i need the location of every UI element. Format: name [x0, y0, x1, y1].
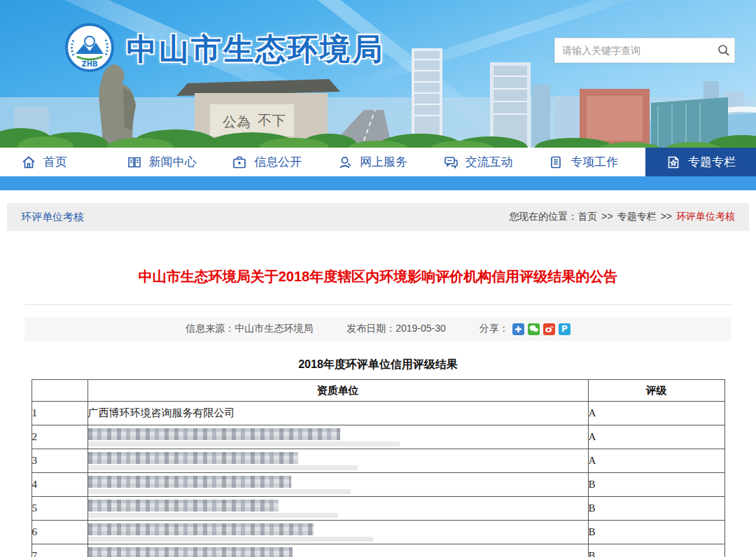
rating-table: 资质单位 评级 1广西博环环境咨询服务有限公司A2A3A4B5B6B7B: [31, 379, 725, 557]
article-info-bar: 信息来源：中山市生态环境局 发布日期：2019-05-30 分享： P: [24, 317, 732, 341]
breadcrumb-prefix: 您现在的位置：: [509, 211, 578, 222]
breadcrumb-separator: >>: [601, 211, 612, 222]
table-row: 7B: [31, 544, 724, 557]
rating-value: A: [588, 425, 724, 449]
header-company: 资质单位: [88, 380, 588, 402]
header-no: [31, 380, 88, 402]
rating-value: B: [588, 544, 724, 557]
row-number: 5: [31, 497, 88, 521]
page-title: 中山市生态环境局关于2018年度辖区内环境影响评价机构信用评级结果的公告: [0, 267, 756, 286]
table-row: 4B: [31, 473, 724, 497]
redacted-company-name: [88, 476, 291, 488]
chat-icon: [443, 155, 458, 170]
redacted-company-name: [88, 547, 293, 557]
table-row: 2A: [31, 425, 724, 449]
redaction-artifact: [88, 537, 373, 542]
row-number: 7: [31, 544, 88, 557]
qzone-icon[interactable]: P: [559, 323, 570, 335]
table-row: 6B: [31, 521, 724, 544]
breadcrumb-item[interactable]: 首页: [578, 211, 597, 222]
section-title: 环评单位考核: [21, 211, 84, 224]
divider: [24, 304, 732, 305]
row-number: 1: [31, 402, 88, 425]
rating-table-body: 1广西博环环境咨询服务有限公司A2A3A4B5B6B7B: [31, 402, 724, 557]
nav-item[interactable]: 交流互动: [430, 148, 536, 176]
table-row: 5B: [31, 497, 724, 521]
info-source: 信息来源：中山市生态环境局: [186, 323, 313, 335]
breadcrumb: 您现在的位置：首页>>专题专栏>>环评单位考核: [509, 211, 735, 223]
rating-value: A: [588, 402, 724, 425]
search-input[interactable]: [555, 45, 713, 56]
star-doc-icon: [666, 155, 681, 170]
logo-text: ZHB: [81, 60, 97, 68]
rating-value: B: [588, 473, 724, 497]
svg-text:不下: 不下: [258, 112, 286, 129]
home-icon: [21, 155, 36, 170]
site-logo-icon: ZHB: [65, 23, 114, 72]
company-name: 广西博环环境咨询服务有限公司: [88, 407, 235, 418]
header-rating: 评级: [588, 380, 724, 402]
redacted-company-name: [88, 452, 298, 464]
nav-item-label: 新闻中心: [149, 154, 197, 170]
document-icon: [548, 155, 564, 170]
nav-item-label: 首页: [43, 154, 67, 170]
weibo-icon[interactable]: [543, 323, 555, 335]
nav-item[interactable]: 专题专栏: [645, 148, 756, 176]
service-icon: [337, 155, 353, 170]
search-box: [554, 38, 735, 63]
nav-item[interactable]: 专项工作: [536, 148, 641, 176]
nav-item-label: 交流互动: [465, 154, 513, 170]
redaction-artifact: [88, 513, 338, 518]
briefcase-icon: [232, 155, 247, 170]
rating-value: A: [588, 449, 724, 473]
redaction-artifact: [88, 465, 358, 470]
wechat-icon[interactable]: [528, 323, 540, 335]
breadcrumb-item[interactable]: 环评单位考核: [676, 211, 735, 222]
row-number: 2: [31, 425, 88, 449]
nav-item[interactable]: 首页: [0, 148, 114, 176]
share-group: 分享： P: [479, 323, 570, 335]
redacted-company-name: [88, 428, 340, 440]
rating-value: B: [588, 497, 724, 521]
table-row: 1广西博环环境咨询服务有限公司A: [31, 402, 724, 425]
table-header-row: 资质单位 评级: [31, 380, 724, 402]
nav-underline-strip: [0, 176, 756, 190]
row-number: 4: [31, 473, 88, 497]
header-banner: 公為不下: [0, 0, 756, 148]
breadcrumb-bar: 环评单位考核 您现在的位置：首页>>专题专栏>>环评单位考核: [7, 203, 749, 231]
news-icon: [127, 155, 142, 170]
redaction-artifact: [88, 442, 400, 446]
nav-item-label: 专题专栏: [688, 154, 736, 170]
rating-value: B: [588, 521, 724, 544]
share-plus-icon[interactable]: [512, 323, 524, 335]
svg-text:公為: 公為: [223, 113, 251, 130]
page: 公為不下: [0, 0, 756, 557]
nav-item-label: 专项工作: [570, 154, 618, 170]
site-title: 中山市生态环境局: [127, 29, 384, 70]
nav-item-label: 信息公开: [254, 154, 302, 170]
redacted-company-name: [88, 500, 279, 512]
redaction-artifact: [88, 489, 351, 494]
main-nav: 首页新闻中心信息公开网上服务交流互动专项工作专题专栏: [0, 148, 756, 176]
nav-item[interactable]: 信息公开: [219, 148, 325, 176]
nav-item-label: 网上服务: [360, 154, 407, 170]
info-date: 发布日期：2019-05-30: [346, 323, 446, 335]
row-number: 3: [31, 449, 88, 473]
redacted-company-name: [88, 523, 314, 535]
nav-item[interactable]: 网上服务: [325, 148, 430, 176]
table-row: 3A: [31, 449, 724, 473]
nav-item[interactable]: 新闻中心: [114, 148, 220, 176]
breadcrumb-item[interactable]: 专题专栏: [617, 211, 657, 222]
breadcrumb-separator: >>: [661, 211, 672, 222]
share-label: 分享：: [479, 323, 509, 335]
table-title: 2018年度环评单位信用评级结果: [0, 358, 756, 372]
row-number: 6: [31, 521, 88, 544]
search-icon[interactable]: [713, 40, 734, 61]
